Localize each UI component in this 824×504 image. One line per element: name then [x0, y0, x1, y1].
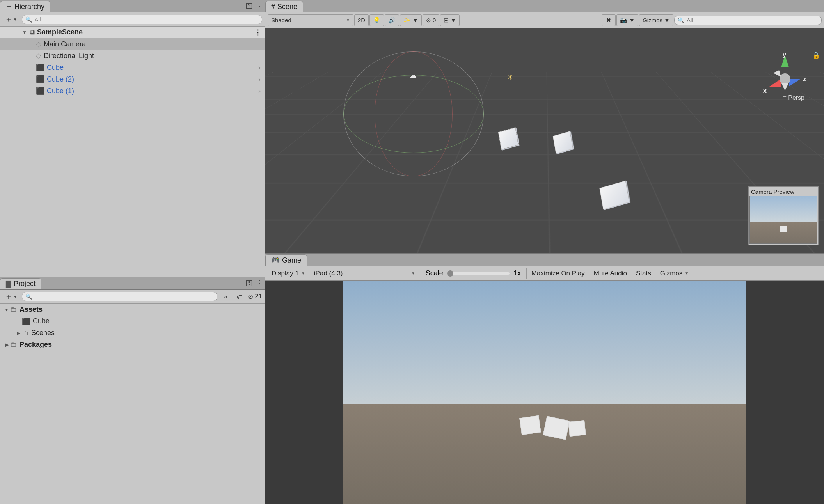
- gameobject-icon: ◇: [36, 51, 41, 60]
- asset-label: Cube: [33, 317, 50, 325]
- light-icon: ☀: [507, 73, 519, 85]
- grid-icon: #: [271, 3, 275, 11]
- lock-icon[interactable]: ⚿: [244, 0, 254, 12]
- lock-icon[interactable]: ⚿: [244, 277, 254, 289]
- gameobject-icon: ◇: [36, 40, 41, 48]
- audio-toggle[interactable]: 🔊: [385, 14, 399, 26]
- shading-mode-label: Shaded: [271, 17, 291, 23]
- game-cube: [519, 415, 541, 435]
- chevron-right-icon[interactable]: ›: [258, 87, 261, 95]
- tools-button[interactable]: ✖: [602, 14, 616, 26]
- hierarchy-tab[interactable]: Hierarchy: [0, 1, 50, 12]
- folder-icon: 🗀: [10, 341, 17, 349]
- hierarchy-item-directional-light[interactable]: ◇ Directional Light: [0, 50, 265, 62]
- camera-preview-title: Camera Preview: [749, 188, 817, 196]
- dropdown-icon: ▼: [411, 271, 415, 275]
- gizmos-dropdown[interactable]: Gizmos ▼: [639, 14, 673, 26]
- unity-icon: ⧉: [30, 28, 35, 36]
- packages-folder[interactable]: ▶ 🗀 Packages: [0, 339, 265, 351]
- filter-by-label-button[interactable]: 🏷: [234, 292, 245, 301]
- project-tab-label: Project: [14, 280, 36, 288]
- display-dropdown[interactable]: Display 1 ▼: [268, 268, 309, 279]
- expand-icon[interactable]: ▶: [15, 330, 22, 336]
- panel-menu-icon[interactable]: ⋮: [814, 0, 824, 12]
- maximize-button[interactable]: Maximize On Play: [527, 268, 589, 279]
- scene-search-input[interactable]: [687, 17, 818, 23]
- scale-label: Scale: [426, 269, 443, 277]
- expand-icon[interactable]: ▶: [3, 342, 10, 348]
- hierarchy-tab-label: Hierarchy: [14, 3, 44, 11]
- mute-button[interactable]: Mute Audio: [590, 268, 631, 279]
- folder-icon: 🗀: [10, 305, 17, 314]
- camera-icon: ☁: [410, 71, 417, 80]
- gizmo-lock-icon[interactable]: 🔒: [812, 51, 820, 59]
- hierarchy-item-cube[interactable]: ⬛ Cube ›: [0, 62, 265, 73]
- game-tab[interactable]: 🎮 Game: [265, 254, 307, 266]
- shading-mode-dropdown[interactable]: Shaded ▼: [268, 14, 353, 26]
- grid-dropdown[interactable]: ⊞▼: [440, 14, 460, 26]
- create-button[interactable]: ＋▼: [2, 13, 20, 25]
- scene-search[interactable]: 🔍: [674, 16, 822, 25]
- dropdown-icon: ▼: [301, 271, 305, 275]
- filter-by-type-button[interactable]: ◦•: [220, 292, 231, 301]
- scene-toolbar: Shaded ▼ 2D 💡 🔊 ✨▼ ⊘0 ⊞▼ ✖ 📷▼ Gizmos ▼ 🔍: [265, 12, 824, 28]
- hierarchy-search[interactable]: 🔍: [22, 15, 262, 24]
- project-tab-bar: ▇ Project ⚿ ⋮: [0, 277, 265, 290]
- hierarchy-item-label: Main Camera: [44, 40, 86, 48]
- scene-tab-bar: # Scene ⋮: [265, 0, 824, 12]
- prefab-icon: ⬛: [36, 75, 44, 83]
- panel-menu-icon[interactable]: ⋮: [254, 0, 265, 12]
- toggle-2d-button[interactable]: 2D: [354, 14, 369, 26]
- hierarchy-item-cube-2[interactable]: ⬛ Cube (2) ›: [0, 73, 265, 85]
- panel-menu-icon[interactable]: ⋮: [814, 254, 824, 266]
- scene-viewport[interactable]: ☁ ☀ 🔒 y x z: [265, 28, 824, 253]
- gizmos-label: Gizmos: [643, 17, 662, 23]
- assets-folder[interactable]: ▼ 🗀 Assets: [0, 304, 265, 316]
- camera-preview: Camera Preview: [748, 186, 819, 245]
- game-render: [343, 281, 746, 504]
- scene-name: SampleScene: [37, 28, 83, 36]
- lighting-toggle[interactable]: 💡: [369, 14, 384, 26]
- scale-slider[interactable]: [447, 272, 510, 275]
- camera-button[interactable]: 📷▼: [616, 14, 638, 26]
- project-search[interactable]: 🔍: [22, 292, 217, 301]
- chevron-right-icon[interactable]: ›: [258, 64, 261, 72]
- gizmos-game-label: Gizmos: [660, 270, 683, 277]
- hierarchy-item-label: Directional Light: [44, 52, 94, 60]
- game-viewport[interactable]: [265, 281, 824, 504]
- hidden-objects-button[interactable]: ⊘0: [423, 14, 439, 26]
- dropdown-icon: ▼: [13, 17, 17, 21]
- collapse-icon[interactable]: ▼: [22, 30, 27, 35]
- collapse-icon[interactable]: ▼: [3, 307, 10, 312]
- panel-menu-icon[interactable]: ⋮: [254, 277, 265, 289]
- hierarchy-item-cube-1[interactable]: ⬛ Cube (1) ›: [0, 85, 265, 97]
- folder-icon: 🗀: [22, 329, 29, 337]
- scenes-folder[interactable]: ▶ 🗀 Scenes: [0, 327, 265, 339]
- dropdown-icon: ▼: [412, 17, 418, 23]
- aspect-label: iPad (4:3): [314, 270, 343, 277]
- gizmos-game-dropdown[interactable]: Gizmos ▼: [656, 268, 693, 279]
- scene-header[interactable]: ▼ ⧉ SampleScene ⋮: [0, 27, 265, 38]
- chevron-right-icon[interactable]: ›: [258, 75, 261, 83]
- hierarchy-search-input[interactable]: [34, 16, 259, 23]
- search-icon: 🔍: [25, 16, 32, 23]
- project-tab[interactable]: ▇ Project: [0, 278, 41, 289]
- hidden-visibility-button[interactable]: ⊘ 21: [248, 293, 262, 301]
- hierarchy-item-main-camera[interactable]: ◇ Main Camera: [0, 38, 265, 50]
- project-tree: ▼ 🗀 Assets ⬛ Cube ▶ 🗀 Scenes ▶ �: [0, 304, 265, 504]
- scene-tab-label: Scene: [277, 3, 297, 11]
- prefab-icon: ⬛: [36, 87, 44, 95]
- fx-toggle[interactable]: ✨▼: [400, 14, 422, 26]
- aspect-dropdown[interactable]: iPad (4:3) ▼: [310, 268, 419, 279]
- stats-button[interactable]: Stats: [632, 268, 655, 279]
- hierarchy-item-label: Cube (1): [47, 87, 74, 95]
- create-asset-button[interactable]: ＋▼: [2, 291, 20, 303]
- scene-tab[interactable]: # Scene: [265, 1, 303, 12]
- asset-cube[interactable]: ⬛ Cube: [0, 316, 265, 327]
- scene-menu-icon[interactable]: ⋮: [254, 28, 261, 37]
- project-search-input[interactable]: [34, 293, 214, 300]
- projection-label[interactable]: ≡ Persp: [783, 94, 804, 101]
- game-toolbar: Display 1 ▼ iPad (4:3) ▼ Scale 1x Maximi…: [265, 266, 824, 281]
- game-panel: 🎮 Game ⋮ Display 1 ▼ iPad (4:3) ▼ Scale: [265, 254, 824, 504]
- svg-marker-1: [769, 79, 781, 87]
